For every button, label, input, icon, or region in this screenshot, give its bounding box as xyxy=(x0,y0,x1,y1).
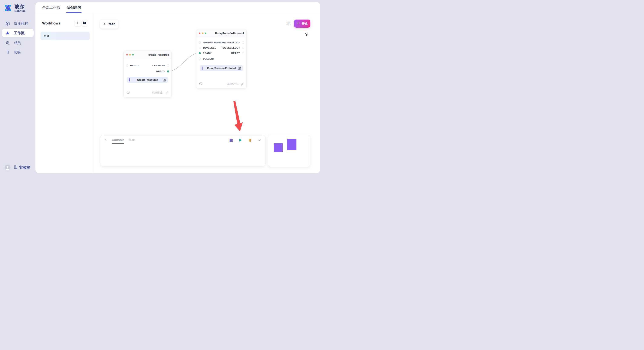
sidebar-item-experiments[interactable]: 实验 xyxy=(0,48,35,57)
description-placeholder[interactable]: 添加描述... xyxy=(152,91,169,94)
breadcrumb-label: test xyxy=(108,22,114,26)
traffic-dots-icon xyxy=(126,54,134,55)
sidebar-item-workflows[interactable]: 工作流 xyxy=(2,29,34,37)
sidebar-item-label: 工作流 xyxy=(14,31,24,35)
logo-title: 玻尔 xyxy=(14,4,26,9)
sidebar-item-label: 实验 xyxy=(14,50,21,55)
port-handle[interactable] xyxy=(199,58,201,60)
port-output-fromvesselout[interactable]: FROMVESSELOUT xyxy=(218,40,244,45)
tab-all-workflows[interactable]: 全部工作流 xyxy=(42,5,60,13)
bohrium-logo-icon xyxy=(4,3,12,13)
node-footer: 添加描述... xyxy=(126,91,169,95)
apps-grid-icon[interactable]: ⌘ xyxy=(286,21,291,26)
edit-icon[interactable] xyxy=(163,78,166,82)
port-input-fromvessel[interactable]: FROMVESSEL xyxy=(199,40,220,45)
minimap-node-pump-transfer xyxy=(287,139,296,150)
port-handle[interactable] xyxy=(199,47,201,49)
node-title: PumpTransferProtocol xyxy=(215,32,244,35)
logo: 玻尔 Bohrium xyxy=(0,0,35,13)
avatar[interactable] xyxy=(5,165,10,170)
annotation-arrow xyxy=(234,101,243,131)
port-input-tovessel[interactable]: TOVESSEL xyxy=(199,46,216,50)
console-expand-icon[interactable] xyxy=(104,138,108,142)
port-handle[interactable] xyxy=(126,64,128,67)
workflow-list-panel: Workflows xyxy=(35,13,93,173)
sidebar-item-label: 成员 xyxy=(14,40,21,45)
edge-connection xyxy=(168,53,200,71)
sparkles-icon xyxy=(296,21,300,26)
members-icon xyxy=(6,41,10,45)
pencil-icon xyxy=(166,91,169,94)
chevron-right-icon xyxy=(103,22,106,26)
save-icon[interactable] xyxy=(229,138,233,142)
tab-created-by-me[interactable]: 我创建的 xyxy=(67,5,81,13)
description-placeholder[interactable]: 添加描述... xyxy=(226,82,244,86)
filter-icon[interactable] xyxy=(304,32,309,37)
node-action[interactable]: Create_resource xyxy=(127,77,168,83)
folder-download-icon xyxy=(83,21,87,26)
import-workflow-button[interactable] xyxy=(81,20,88,26)
sidebar-item-label: 仪器耗材 xyxy=(14,21,28,26)
node-create-resource[interactable]: create_resource READY LABWARE READY Crea… xyxy=(124,51,172,97)
lab-label: 实验室 xyxy=(19,165,30,170)
port-output-ready[interactable]: READY xyxy=(231,51,244,55)
port-handle[interactable] xyxy=(242,41,244,44)
minimap-node-create-resource xyxy=(274,143,282,152)
caret-bar xyxy=(202,67,202,70)
workflow-panel-title: Workflows xyxy=(42,21,60,25)
port-output-ready[interactable]: READY xyxy=(156,69,169,74)
logo-subtitle: Bohrium xyxy=(14,10,26,12)
console-panel: Console Task xyxy=(100,135,265,167)
node-action[interactable]: PumpTransferProtocol xyxy=(200,65,243,71)
console-toolbar xyxy=(229,138,261,142)
node-footer: 添加描述... xyxy=(199,82,244,86)
port-handle[interactable] xyxy=(199,52,201,54)
node-pump-transfer-protocol[interactable]: PumpTransferProtocol FROMVESSEL TOVESSEL… xyxy=(196,29,246,88)
building-icon xyxy=(14,165,18,170)
plus-icon xyxy=(76,21,80,25)
port-input-ready[interactable]: READY xyxy=(126,63,139,68)
port-handle[interactable] xyxy=(199,41,201,44)
tab-task[interactable]: Task xyxy=(128,138,135,143)
node-header: create_resource xyxy=(124,51,172,59)
traffic-dots-icon xyxy=(199,32,206,34)
port-input-solvent[interactable]: SOLVENT xyxy=(199,57,214,61)
sidebar: 玻尔 Bohrium 仪器耗材 xyxy=(0,0,35,175)
port-handle[interactable] xyxy=(242,47,244,49)
collapse-icon[interactable] xyxy=(257,138,261,142)
port-output-labware[interactable]: LABWARE xyxy=(152,63,169,68)
sidebar-footer: 实验室 xyxy=(0,165,35,170)
port-output-tovesselout[interactable]: TOVESSELOUT xyxy=(221,46,244,50)
caret-bar xyxy=(129,78,130,81)
workflow-tabs: 全部工作流 我创建的 xyxy=(35,2,320,13)
port-handle[interactable] xyxy=(167,70,169,72)
port-handle[interactable] xyxy=(242,52,244,54)
workflow-list-item-test[interactable]: test xyxy=(40,32,90,40)
port-handle[interactable] xyxy=(167,64,169,67)
edit-icon[interactable] xyxy=(238,67,241,70)
node-title: create_resource xyxy=(148,53,169,56)
info-icon[interactable] xyxy=(199,82,202,86)
pause-icon[interactable] xyxy=(248,138,252,142)
add-workflow-button[interactable] xyxy=(74,20,81,26)
sidebar-item-members[interactable]: 成员 xyxy=(0,38,35,47)
beautify-label: 美化 xyxy=(302,22,308,26)
run-icon[interactable] xyxy=(238,138,242,142)
info-icon[interactable] xyxy=(126,91,130,95)
breadcrumb[interactable]: test xyxy=(100,20,118,28)
port-input-ready[interactable]: READY xyxy=(199,51,212,55)
beautify-button[interactable]: 美化 xyxy=(294,19,310,28)
box-icon xyxy=(6,21,10,26)
tab-console[interactable]: Console xyxy=(112,138,124,144)
sidebar-item-instruments[interactable]: 仪器耗材 xyxy=(0,19,35,28)
experiment-icon xyxy=(6,50,10,55)
workflow-people-icon xyxy=(6,31,10,35)
node-header: PumpTransferProtocol xyxy=(196,29,246,37)
sidebar-menu: 仪器耗材 工作流 成员 xyxy=(0,19,35,57)
pencil-icon xyxy=(241,83,244,86)
minimap[interactable] xyxy=(268,135,310,167)
lab-switcher[interactable]: 实验室 xyxy=(14,165,30,170)
